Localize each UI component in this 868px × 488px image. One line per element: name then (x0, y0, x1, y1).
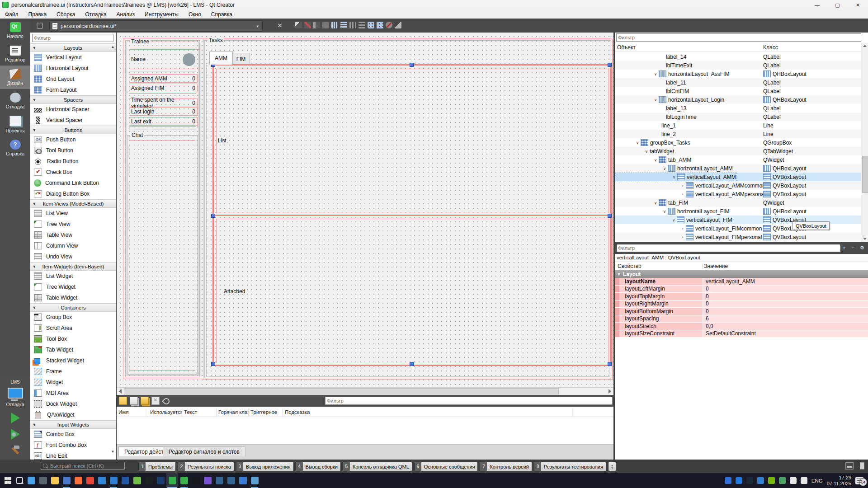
tree-row-tabWidget[interactable]: ∨tabWidgetQTabWidget (615, 147, 861, 155)
adjust-size-icon[interactable] (395, 22, 401, 28)
chrome-icon[interactable] (84, 473, 96, 488)
widgetbox-item-scroll-area[interactable]: Scroll Area (30, 323, 116, 333)
firefox-icon[interactable] (72, 473, 84, 488)
document-selector[interactable]: personalcardtrainee.ui* ▾ (49, 20, 263, 32)
toggle-panel-icon[interactable] (845, 462, 854, 469)
search-icon[interactable] (14, 473, 25, 488)
tree-row-lblCntFIM[interactable]: lblCntFIMQLabel (615, 87, 861, 95)
tree-row-label_11[interactable]: label_11QLabel (615, 78, 861, 87)
mode-Редактор[interactable]: Редактор (0, 42, 30, 66)
widgetbox-item-table-view[interactable]: Table View (30, 230, 116, 240)
tab-signals-slots-editor[interactable]: Редактор сигналов и слотов (163, 446, 245, 456)
selection-handle[interactable] (410, 63, 414, 67)
widgetbox-item-column-view[interactable]: Column View (30, 240, 116, 251)
widgetbox-section-Buttons[interactable]: ▼Buttons (30, 126, 116, 134)
scrollbar-thumb[interactable] (124, 388, 559, 395)
layout-horizontal-icon[interactable] (331, 22, 338, 28)
avatar[interactable] (183, 53, 195, 66)
start-icon[interactable] (2, 473, 14, 488)
b-app-icon[interactable] (119, 473, 131, 488)
trainee-groupbox-title[interactable]: Trainee (130, 38, 151, 45)
tree-row-groupBox_Tasks[interactable]: ∨groupBox_TasksQGroupBox (615, 138, 861, 147)
chevron-down-icon[interactable]: ∨ (652, 72, 659, 76)
postgres-icon[interactable] (213, 473, 225, 488)
panel-button-проблемы[interactable]: 1Проблемы (138, 462, 176, 471)
menu-Файл[interactable]: Файл (0, 10, 24, 19)
q-app-icon[interactable] (108, 473, 119, 488)
chevron-down-icon[interactable]: ∨ (634, 141, 641, 145)
form-editor-canvas[interactable]: Trainee Name Assigned AMM0Assigned FIM0T… (117, 33, 613, 387)
tree-row-verticalLayout_AMMpersonal[interactable]: ›verticalLayout_AMMpersonalQVBoxLayout (615, 190, 861, 198)
scroll-left-icon[interactable] (119, 389, 122, 394)
edit-widgets-icon[interactable] (295, 22, 302, 28)
action-column-подсказка[interactable]: Подсказка (283, 408, 572, 417)
widgetbox-item-push-button[interactable]: Push Button (30, 134, 116, 145)
scroll-down-icon[interactable] (863, 238, 867, 240)
kit-selector[interactable]: LMS Отладка (0, 378, 30, 455)
selection-handle[interactable] (211, 362, 215, 366)
widgetbox-item-font-combo-box[interactable]: Font Combo Box (30, 440, 116, 450)
widgetbox-item-combo-box[interactable]: Combo Box (30, 429, 116, 440)
widgetbox-item-stacked-widget[interactable]: Stacked Widget (30, 355, 116, 366)
chevron-down-icon[interactable]: ∨ (643, 149, 650, 154)
tree-row-horizontalLayout_AMM[interactable]: ∨horizontalLayout_AMMQHBoxLayout (615, 164, 861, 173)
widgetbox-item-tree-widget[interactable]: Tree Widget (30, 282, 116, 292)
action-column-триггерное[interactable]: Триггерное (249, 408, 283, 417)
chevron-down-icon[interactable]: ∨ (661, 209, 668, 214)
property-value[interactable]: 0 (703, 286, 868, 293)
trainee-row-last-exit[interactable]: Last exit0 (129, 117, 198, 126)
widgetbox-item-frame[interactable]: Frame (30, 366, 116, 377)
menu-Правка[interactable]: Правка (24, 10, 52, 19)
display-icon[interactable] (790, 477, 797, 484)
window-app-icon[interactable] (249, 473, 260, 488)
build-button[interactable] (10, 445, 20, 455)
panel-button-результаты-тестирования[interactable]: 8Результаты тестирования (534, 462, 606, 471)
list-label[interactable]: List (218, 137, 226, 144)
scroll-up-icon[interactable]: ▲ (110, 44, 115, 49)
edit-signals-icon[interactable] (304, 22, 311, 28)
layout-splitter-v-icon[interactable] (359, 22, 365, 28)
menu-Окно[interactable]: Окно (184, 10, 206, 19)
property-value[interactable]: 0 (703, 293, 868, 300)
widgetbox-item-check-box[interactable]: Check Box (30, 167, 116, 178)
delete-action-icon[interactable] (151, 397, 160, 405)
widgetbox-item-line-edit[interactable]: Line Edit (30, 450, 116, 460)
tree-row-tab_AMM[interactable]: ∨tab_AMMQWidget (615, 155, 861, 164)
widgetbox-section-Item Views (Model-Based)[interactable]: ▼Item Views (Model-Based) (30, 199, 116, 208)
postgres2-icon[interactable] (225, 473, 237, 488)
chevron-down-icon[interactable]: ∨ (652, 201, 659, 205)
bluetooth-icon[interactable] (736, 477, 742, 484)
widgetbox-section-Spacers[interactable]: ▼Spacers (30, 95, 116, 104)
widgetbox-item-dialog-button-box[interactable]: Dialog Button Box (30, 188, 116, 199)
close-document-button[interactable]: ✕ (274, 20, 285, 31)
tree-row-label_13[interactable]: label_13QLabel (615, 104, 861, 113)
panel-button-основные-сообщения[interactable]: 6Основные сообщения (414, 462, 478, 471)
defender-icon[interactable] (779, 477, 786, 484)
scroll-down-icon[interactable]: ▼ (110, 449, 115, 454)
layout-splitter-h-icon[interactable] (349, 22, 356, 28)
property-filter-input[interactable] (616, 244, 841, 252)
fork-app-icon[interactable] (190, 473, 202, 488)
widgetbox-item-dock-widget[interactable]: Dock Widget (30, 399, 116, 409)
tasks-groupbox-title[interactable]: Tasks (208, 37, 224, 43)
run-button[interactable] (11, 413, 20, 423)
calculator-app-icon[interactable] (37, 473, 49, 488)
configure-actions-icon[interactable] (162, 397, 170, 404)
action-column-используется[interactable]: Используется (148, 408, 182, 417)
widgetbox-section-Input Widgets[interactable]: ▼Input Widgets (30, 420, 116, 429)
scroll-right-icon[interactable] (609, 389, 611, 394)
widgetbox-item-tool-box[interactable]: Tool Box (30, 333, 116, 344)
widgets-app-icon[interactable] (25, 473, 37, 488)
menu-Отладка[interactable]: Отладка (80, 10, 111, 19)
notifications-icon[interactable]: 14 (855, 477, 863, 484)
selection-handle[interactable] (410, 362, 414, 366)
scrollbar-thumb[interactable] (862, 156, 868, 193)
trainee-row-last-login[interactable]: Last login0 (129, 107, 198, 116)
widgetbox-section-Containers[interactable]: ▼Containers (30, 303, 116, 312)
minimize-button[interactable]: — (807, 0, 827, 10)
backup-app-icon[interactable] (61, 473, 72, 488)
mode-Проекты[interactable]: Проекты (0, 113, 30, 136)
selection-handle[interactable] (211, 214, 215, 218)
tree-row-horizontalLayout_Login[interactable]: ∨horizontalLayout_LoginQHBoxLayout (615, 95, 861, 104)
configure-property-icon[interactable]: ⚙ (858, 244, 866, 252)
